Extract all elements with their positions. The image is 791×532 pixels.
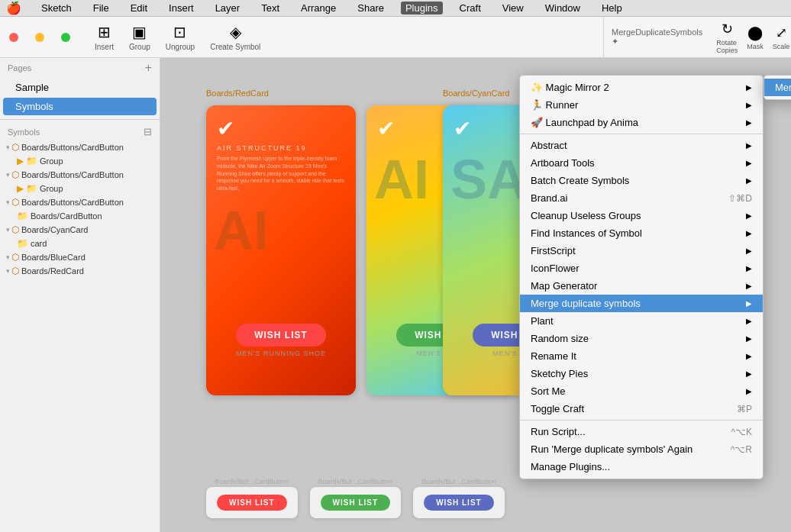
menu-sort-me[interactable]: Sort Me ▶ [520,382,763,400]
menu-sep-2 [520,420,763,421]
menu-edit[interactable]: Edit [126,2,152,15]
red-card: ✔ AIR STRUCTURE 19 From the Flyrmesh upp… [206,105,356,395]
big-letter-red: AI [206,203,356,258]
close-button[interactable] [9,33,18,42]
tree-item-4[interactable]: ▾ ⬡ Boards/Buttons/CardButton [0,195,160,209]
toolbar: ⊞ Insert ▣ Group ⊡ Ungroup ◈ Create Symb… [0,17,791,58]
menu-firstscript[interactable]: FirstScript ▶ [520,242,763,260]
minimize-button[interactable] [35,33,44,42]
menu-runner[interactable]: 🏃 Runner ▶ [520,96,763,114]
menu-craft[interactable]: Craft [455,2,486,15]
symbols-options-button[interactable]: ⊟ [144,126,152,137]
menu-abstract[interactable]: Abstract ▶ [520,137,763,154]
sidebar: Pages + Sample Symbols Symbols ⊟ ▾ ⬡ Boa… [0,58,160,532]
menu-help[interactable]: Help [597,2,627,15]
card-label-red: Boards/RedCard [206,89,269,98]
menu-rename-it[interactable]: Rename It ▶ [520,347,763,365]
bottom-card-2: Boards/But...CardButton WISH LIST [310,478,402,518]
menu-arrange[interactable]: Arrange [296,2,341,15]
tree-item-8[interactable]: ▾ ⬡ Boards/BlueCard [0,250,160,264]
tree-item-3[interactable]: ▶ 📁 Group [0,182,160,195]
scale-button[interactable]: ⤢ Scale [773,24,790,50]
menu-brand-ai[interactable]: Brand.ai ⇧⌘D [520,189,763,207]
menu-sketch[interactable]: Sketch [37,2,76,15]
tree-item-2[interactable]: ▾ ⬡ Boards/Buttons/CardButton [0,168,160,182]
pages-header: Pages + [0,58,160,78]
menu-sep-1 [520,134,763,134]
menu-layer[interactable]: Layer [211,2,245,15]
symbols-header: Symbols ⊟ [0,123,160,140]
menu-artboard-tools[interactable]: Artboard Tools ▶ [520,154,763,172]
menu-find-instances[interactable]: Find Instances of Symbol ▶ [520,224,763,242]
menu-plant[interactable]: Plant ▶ [520,312,763,330]
page-sample[interactable]: Sample [3,79,157,96]
wish-area-red: WISH LIST MEN'S RUNNING SHOE [206,324,356,357]
menu-cleanup[interactable]: Cleanup Useless Groups ▶ [520,207,763,224]
rotate-copies-button[interactable]: ↻ Rotate Copies [716,21,738,54]
menu-text[interactable]: Text [257,2,284,15]
subtitle-red: MEN'S RUNNING SHOE [236,350,326,357]
merge-toolbar: MergeDuplicateSymbols ✦ ↻ Rotate Copies … [603,17,791,58]
menu-random-size[interactable]: Random size ▶ [520,330,763,347]
menu-merge-duplicate[interactable]: Merge duplicate symbols ▶ [520,295,763,312]
main-layout: Pages + Sample Symbols Symbols ⊟ ▾ ⬡ Boa… [0,58,791,532]
tree-item-9[interactable]: ▾ ⬡ Boards/RedCard [0,264,160,278]
menu-sketchy-pies[interactable]: Sketchy Pies ▶ [520,365,763,382]
tree-item-5[interactable]: 📁 Boards/CardButton [0,209,160,223]
apple-menu[interactable]: 🍎 [6,1,21,15]
menu-run-script[interactable]: Run Script... ^⌥K [520,423,763,440]
wish-list-button-red[interactable]: WISH LIST [236,324,326,347]
menu-insert[interactable]: Insert [164,2,199,15]
nike-swoosh-cyan: ✔ [454,116,471,141]
merge-toolbar-title: MergeDuplicateSymbols ✦ [612,27,702,47]
bottom-wish-button-3[interactable]: WISH LIST [424,495,494,511]
plugins-dropdown: ✨ Magic Mirror 2 ▶ 🏃 Runner ▶ 🚀 Launchpa… [519,75,764,479]
canvas: Boards/RedCard Boards/CyanCard ✔ AIR STR… [160,58,791,532]
tree-item-1[interactable]: ▶ 📁 Group [0,154,160,168]
card-label-cyan: Boards/CyanCard [443,89,509,98]
menu-window[interactable]: Window [541,2,585,15]
maximize-button[interactable] [61,33,70,42]
tree-item-6[interactable]: ▾ ⬡ Boards/CyanCard [0,223,160,237]
air-desc-red: From the Flyrmesh upper to the triple-de… [217,155,345,192]
nike-swoosh-red: ✔ [217,116,345,141]
bottom-wish-button-1[interactable]: WISH LIST [217,495,287,511]
air-title-red: AIR STRUCTURE 19 [217,144,345,152]
menubar: 🍎 Sketch File Edit Insert Layer Text Arr… [0,0,791,17]
menu-map-generator[interactable]: Map Generator ▶ [520,277,763,295]
add-page-button[interactable]: + [145,61,152,75]
bottom-cards-area: Boards/But...CardButton WISH LIST Boards… [206,478,505,518]
bottom-wish-button-2[interactable]: WISH LIST [321,495,391,511]
submenu-merge-item[interactable]: Merge duplicate symbols [764,79,791,96]
menu-view[interactable]: View [498,2,528,15]
menu-batch-create[interactable]: Batch Create Symbols ▶ [520,172,763,189]
bottom-card-1: Boards/But...CardButton WISH LIST [206,478,298,518]
mask-button[interactable]: ⬤ Mask [747,24,764,50]
menu-iconflower[interactable]: IconFlower ▶ [520,260,763,277]
create-symbol-tool[interactable]: ◈ Create Symbol [210,23,260,51]
merge-submenu: Merge duplicate symbols [764,75,791,100]
menu-share[interactable]: Share [353,2,389,15]
menu-plugins[interactable]: Plugins [401,2,443,15]
menu-toggle-craft[interactable]: Toggle Craft ⌘P [520,400,763,418]
bottom-label-2: Boards/But...CardButton [310,478,402,485]
tree-item-0[interactable]: ▾ ⬡ Boards/Buttons/CardButton [0,140,160,154]
bottom-label-3: Boards/But...CardButton [413,478,505,485]
ungroup-tool[interactable]: ⊡ Ungroup [166,23,195,51]
menu-manage-plugins[interactable]: Manage Plugins... [520,458,763,476]
page-symbols[interactable]: Symbols [3,98,157,115]
menu-magic-mirror[interactable]: ✨ Magic Mirror 2 ▶ [520,79,763,96]
group-tool[interactable]: ▣ Group [129,23,150,51]
tree-item-7[interactable]: 📁 card [0,237,160,250]
insert-tool[interactable]: ⊞ Insert [95,23,114,51]
bottom-label-1: Boards/But...CardButton [206,478,298,485]
menu-file[interactable]: File [89,2,114,15]
bottom-card-3: Boards/But...CardButton WISH LIST [413,478,505,518]
menu-run-again[interactable]: Run 'Merge duplicate symbols' Again ^⌥R [520,440,763,458]
sidebar-divider [0,119,160,120]
menu-launchpad[interactable]: 🚀 Launchpad by Anima ▶ [520,114,763,131]
